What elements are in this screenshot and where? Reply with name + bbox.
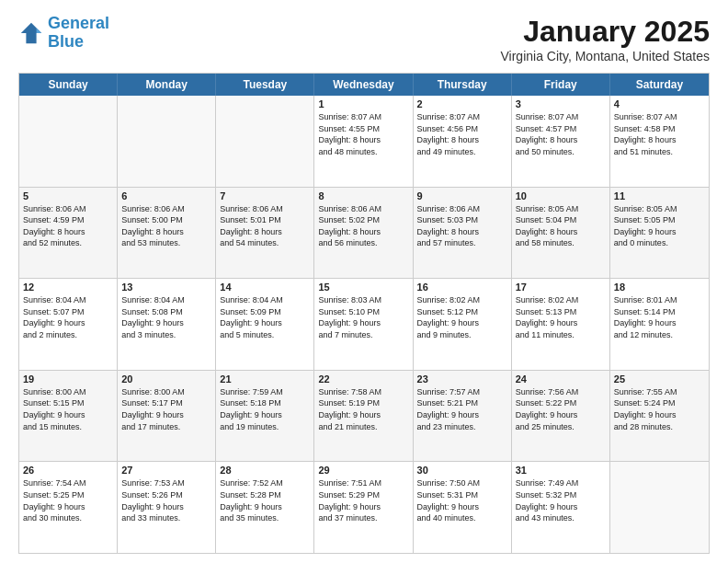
weekday-header-friday: Friday	[512, 74, 610, 96]
day-cell-26: 26Sunrise: 7:54 AM Sunset: 5:25 PM Dayli…	[19, 462, 118, 553]
logo-icon	[18, 20, 44, 46]
day-number: 9	[417, 190, 507, 201]
day-info: Sunrise: 8:05 AM Sunset: 5:04 PM Dayligh…	[516, 203, 606, 249]
weekday-header-tuesday: Tuesday	[216, 74, 314, 96]
day-cell-22: 22Sunrise: 7:58 AM Sunset: 5:19 PM Dayli…	[314, 371, 413, 462]
empty-cell	[216, 96, 314, 187]
calendar-body: 1Sunrise: 8:07 AM Sunset: 4:55 PM Daylig…	[19, 96, 709, 553]
day-number: 10	[516, 190, 606, 201]
day-info: Sunrise: 8:06 AM Sunset: 5:03 PM Dayligh…	[417, 203, 507, 249]
day-number: 26	[23, 465, 113, 476]
day-info: Sunrise: 7:52 AM Sunset: 5:28 PM Dayligh…	[220, 477, 310, 523]
logo-text: General Blue	[48, 15, 109, 52]
day-cell-25: 25Sunrise: 7:55 AM Sunset: 5:24 PM Dayli…	[610, 371, 709, 462]
day-info: Sunrise: 7:51 AM Sunset: 5:29 PM Dayligh…	[318, 477, 408, 523]
day-number: 8	[318, 190, 408, 201]
calendar-row-4: 19Sunrise: 8:00 AM Sunset: 5:15 PM Dayli…	[19, 371, 709, 463]
day-info: Sunrise: 7:54 AM Sunset: 5:25 PM Dayligh…	[23, 477, 113, 523]
day-info: Sunrise: 7:56 AM Sunset: 5:22 PM Dayligh…	[516, 386, 606, 432]
weekday-header-monday: Monday	[118, 74, 216, 96]
day-number: 13	[121, 282, 211, 293]
day-cell-13: 13Sunrise: 8:04 AM Sunset: 5:08 PM Dayli…	[118, 279, 216, 370]
svg-marker-1	[37, 28, 42, 33]
empty-cell	[118, 96, 216, 187]
calendar-header: SundayMondayTuesdayWednesdayThursdayFrid…	[19, 74, 709, 96]
day-number: 5	[23, 190, 113, 201]
day-info: Sunrise: 7:49 AM Sunset: 5:32 PM Dayligh…	[516, 477, 606, 523]
day-number: 27	[121, 465, 211, 476]
day-number: 6	[121, 190, 211, 201]
day-number: 7	[220, 190, 310, 201]
day-cell-4: 4Sunrise: 8:07 AM Sunset: 4:58 PM Daylig…	[610, 96, 709, 187]
day-info: Sunrise: 8:07 AM Sunset: 4:57 PM Dayligh…	[516, 111, 606, 157]
logo-line1: General	[48, 14, 109, 32]
day-info: Sunrise: 7:55 AM Sunset: 5:24 PM Dayligh…	[614, 386, 705, 432]
day-cell-28: 28Sunrise: 7:52 AM Sunset: 5:28 PM Dayli…	[216, 462, 314, 553]
day-cell-29: 29Sunrise: 7:51 AM Sunset: 5:29 PM Dayli…	[314, 462, 413, 553]
day-number: 18	[614, 282, 705, 293]
day-number: 16	[417, 282, 507, 293]
day-number: 2	[417, 98, 507, 109]
day-number: 28	[220, 465, 310, 476]
day-info: Sunrise: 8:04 AM Sunset: 5:08 PM Dayligh…	[121, 294, 211, 340]
day-cell-12: 12Sunrise: 8:04 AM Sunset: 5:07 PM Dayli…	[19, 279, 118, 370]
day-info: Sunrise: 8:02 AM Sunset: 5:13 PM Dayligh…	[516, 294, 606, 340]
day-info: Sunrise: 8:06 AM Sunset: 4:59 PM Dayligh…	[23, 203, 113, 249]
day-cell-19: 19Sunrise: 8:00 AM Sunset: 5:15 PM Dayli…	[19, 371, 118, 462]
day-number: 20	[121, 373, 211, 385]
day-info: Sunrise: 8:06 AM Sunset: 5:01 PM Dayligh…	[220, 203, 310, 249]
day-cell-20: 20Sunrise: 8:00 AM Sunset: 5:17 PM Dayli…	[118, 371, 216, 462]
day-info: Sunrise: 8:07 AM Sunset: 4:58 PM Dayligh…	[614, 111, 705, 157]
day-cell-23: 23Sunrise: 7:57 AM Sunset: 5:21 PM Dayli…	[414, 371, 512, 462]
day-info: Sunrise: 8:04 AM Sunset: 5:07 PM Dayligh…	[23, 294, 113, 340]
empty-cell	[19, 96, 118, 187]
calendar-row-3: 12Sunrise: 8:04 AM Sunset: 5:07 PM Dayli…	[19, 279, 709, 371]
day-cell-15: 15Sunrise: 8:03 AM Sunset: 5:10 PM Dayli…	[314, 279, 413, 370]
day-cell-14: 14Sunrise: 8:04 AM Sunset: 5:09 PM Dayli…	[216, 279, 314, 370]
calendar-row-2: 5Sunrise: 8:06 AM Sunset: 4:59 PM Daylig…	[19, 188, 709, 280]
day-cell-11: 11Sunrise: 8:05 AM Sunset: 5:05 PM Dayli…	[610, 188, 709, 279]
day-info: Sunrise: 8:06 AM Sunset: 5:00 PM Dayligh…	[121, 203, 211, 249]
day-number: 11	[614, 190, 705, 201]
logo: General Blue	[18, 15, 109, 52]
day-cell-16: 16Sunrise: 8:02 AM Sunset: 5:12 PM Dayli…	[414, 279, 512, 370]
day-cell-9: 9Sunrise: 8:06 AM Sunset: 5:03 PM Daylig…	[414, 188, 512, 279]
day-info: Sunrise: 8:06 AM Sunset: 5:02 PM Dayligh…	[318, 203, 408, 249]
day-number: 23	[417, 373, 507, 385]
day-number: 25	[614, 373, 705, 385]
day-info: Sunrise: 7:59 AM Sunset: 5:18 PM Dayligh…	[220, 386, 310, 432]
weekday-header-wednesday: Wednesday	[314, 74, 413, 96]
day-cell-30: 30Sunrise: 7:50 AM Sunset: 5:31 PM Dayli…	[414, 462, 512, 553]
empty-cell	[610, 462, 709, 553]
month-title: January 2025	[501, 15, 711, 49]
day-cell-2: 2Sunrise: 8:07 AM Sunset: 4:56 PM Daylig…	[414, 96, 512, 187]
day-info: Sunrise: 8:00 AM Sunset: 5:15 PM Dayligh…	[23, 386, 113, 432]
day-info: Sunrise: 7:58 AM Sunset: 5:19 PM Dayligh…	[318, 386, 408, 432]
day-number: 12	[23, 282, 113, 293]
page: General Blue January 2025 Virginia City,…	[0, 0, 728, 563]
day-info: Sunrise: 8:04 AM Sunset: 5:09 PM Dayligh…	[220, 294, 310, 340]
logo-line2: Blue	[48, 32, 84, 51]
day-info: Sunrise: 8:01 AM Sunset: 5:14 PM Dayligh…	[614, 294, 705, 340]
subtitle: Virginia City, Montana, United States	[501, 49, 711, 63]
day-cell-8: 8Sunrise: 8:06 AM Sunset: 5:02 PM Daylig…	[314, 188, 413, 279]
day-info: Sunrise: 8:07 AM Sunset: 4:55 PM Dayligh…	[318, 111, 408, 157]
day-info: Sunrise: 8:05 AM Sunset: 5:05 PM Dayligh…	[614, 203, 705, 249]
day-cell-17: 17Sunrise: 8:02 AM Sunset: 5:13 PM Dayli…	[512, 279, 610, 370]
day-number: 17	[516, 282, 606, 293]
day-number: 1	[318, 98, 408, 109]
day-cell-3: 3Sunrise: 8:07 AM Sunset: 4:57 PM Daylig…	[512, 96, 610, 187]
day-cell-21: 21Sunrise: 7:59 AM Sunset: 5:18 PM Dayli…	[216, 371, 314, 462]
day-cell-27: 27Sunrise: 7:53 AM Sunset: 5:26 PM Dayli…	[118, 462, 216, 553]
day-info: Sunrise: 8:02 AM Sunset: 5:12 PM Dayligh…	[417, 294, 507, 340]
header: General Blue January 2025 Virginia City,…	[18, 15, 710, 63]
day-number: 29	[318, 465, 408, 476]
day-cell-31: 31Sunrise: 7:49 AM Sunset: 5:32 PM Dayli…	[512, 462, 610, 553]
day-cell-5: 5Sunrise: 8:06 AM Sunset: 4:59 PM Daylig…	[19, 188, 118, 279]
calendar-row-5: 26Sunrise: 7:54 AM Sunset: 5:25 PM Dayli…	[19, 462, 709, 553]
title-block: January 2025 Virginia City, Montana, Uni…	[501, 15, 711, 63]
day-cell-24: 24Sunrise: 7:56 AM Sunset: 5:22 PM Dayli…	[512, 371, 610, 462]
day-number: 19	[23, 373, 113, 385]
day-number: 14	[220, 282, 310, 293]
calendar-row-1: 1Sunrise: 8:07 AM Sunset: 4:55 PM Daylig…	[19, 96, 709, 188]
